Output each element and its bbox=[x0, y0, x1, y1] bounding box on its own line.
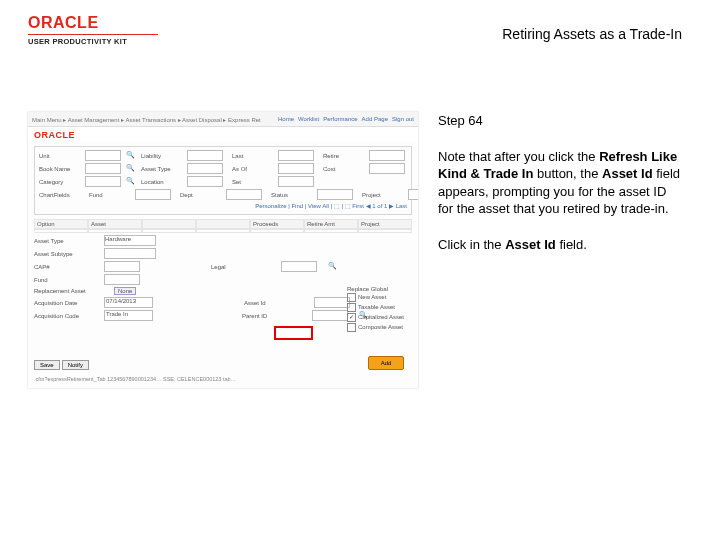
check-composite[interactable] bbox=[347, 323, 356, 332]
input-fund[interactable] bbox=[135, 189, 171, 200]
replace-asset-value: None bbox=[114, 287, 136, 295]
lbl-fund2: Fund bbox=[34, 277, 96, 283]
nav-link-signout[interactable]: Sign out bbox=[392, 116, 414, 122]
col-proceeds: Proceeds bbox=[250, 219, 304, 229]
embedded-screenshot: Main Menu ▸ Asset Management ▸ Asset Tra… bbox=[28, 112, 418, 388]
lbl-unit: Unit bbox=[39, 153, 83, 159]
instruction-panel: Step 64 Note that after you click the Re… bbox=[438, 112, 682, 271]
check-new-asset[interactable] bbox=[347, 293, 356, 302]
brand-subtitle: USER PRODUCTIVITY KIT bbox=[28, 37, 158, 46]
lbl-composite: Composite Asset bbox=[358, 324, 403, 330]
grid-row[interactable] bbox=[34, 229, 412, 233]
app-breadcrumb-bar: Main Menu ▸ Asset Management ▸ Asset Tra… bbox=[28, 112, 418, 127]
lookup-icon[interactable]: 🔍 bbox=[126, 151, 135, 160]
notify-button[interactable]: Notify bbox=[62, 360, 89, 370]
input-asset-id[interactable] bbox=[314, 297, 350, 308]
input-acq-date[interactable]: 07/14/2013 bbox=[104, 297, 153, 308]
brand-logo: ORACLE USER PRODUCTIVITY KIT bbox=[28, 14, 158, 46]
lbl-cap: Capitalized Asset bbox=[358, 314, 404, 320]
input-cost[interactable] bbox=[369, 163, 405, 174]
select-acq-code[interactable]: Trade In bbox=[104, 310, 153, 321]
lbl-taxable: Taxable Asset bbox=[358, 304, 395, 310]
lbl-capnum: CAP# bbox=[34, 264, 96, 270]
lbl-status: Status bbox=[271, 192, 315, 198]
lbl-replace-asset: Replacement Asset bbox=[34, 288, 106, 294]
lbl-asof: As Of bbox=[232, 166, 276, 172]
lbl-cost: Cost bbox=[323, 166, 367, 172]
lbl-acq-code: Acquisition Code bbox=[34, 313, 96, 319]
highlight-asset-id-field bbox=[274, 326, 313, 340]
check-taxable[interactable] bbox=[347, 303, 356, 312]
lbl-chartfields: ChartFields bbox=[39, 192, 83, 198]
input-assettype[interactable] bbox=[187, 163, 223, 174]
lbl-category: Category bbox=[39, 179, 83, 185]
input-asof[interactable] bbox=[278, 163, 314, 174]
input-unit[interactable] bbox=[85, 150, 121, 161]
input-liability[interactable] bbox=[187, 150, 223, 161]
breadcrumb: Main Menu ▸ Asset Management ▸ Asset Tra… bbox=[32, 116, 261, 123]
lookup-icon[interactable]: 🔍 bbox=[126, 164, 135, 173]
brand-word: ORACLE bbox=[28, 14, 158, 32]
lbl-asset-subtype: Asset Subtype bbox=[34, 251, 96, 257]
instruction-para-1: Note that after you click the Refresh Li… bbox=[438, 148, 682, 218]
lbl-set: Set bbox=[232, 179, 276, 185]
input-parent-id[interactable] bbox=[312, 310, 348, 321]
col-2 bbox=[142, 219, 196, 229]
lbl-last: Last bbox=[232, 153, 276, 159]
nav-link-performance[interactable]: Performance bbox=[323, 116, 357, 122]
lbl-acq-date: Acquisition Date bbox=[34, 300, 96, 306]
input-category[interactable] bbox=[85, 176, 121, 187]
lbl-book: Book Name bbox=[39, 166, 83, 172]
input-capnum[interactable] bbox=[104, 261, 140, 272]
check-cap[interactable]: ✓ bbox=[347, 313, 356, 322]
footer-text: .cfm?expressRetirement_Tab 1234567890001… bbox=[34, 376, 236, 382]
lbl-new-asset: New Asset bbox=[358, 294, 386, 300]
input-legal[interactable] bbox=[281, 261, 317, 272]
brand-rule bbox=[28, 34, 158, 35]
input-dept[interactable] bbox=[226, 189, 262, 200]
nav-link-home[interactable]: Home bbox=[278, 116, 294, 122]
select-asset-type[interactable]: Hardware bbox=[104, 235, 156, 246]
checks-title: Replace Global bbox=[347, 286, 404, 292]
lbl-dept: Dept bbox=[180, 192, 224, 198]
input-book[interactable] bbox=[85, 163, 121, 174]
input-location[interactable] bbox=[187, 176, 223, 187]
add-button[interactable]: Add bbox=[368, 356, 404, 370]
lbl-liability: Liability bbox=[141, 153, 185, 159]
lbl-fund: Fund bbox=[89, 192, 133, 198]
lbl-parent-id: Parent ID bbox=[242, 313, 304, 319]
input-retire[interactable] bbox=[369, 150, 405, 161]
instruction-para-2: Click in the Asset Id field. bbox=[438, 236, 682, 254]
grid-header: Option Asset Proceeds Retire Amt Project bbox=[34, 219, 412, 229]
lookup-icon[interactable]: 🔍 bbox=[328, 262, 337, 271]
col-project: Project bbox=[358, 219, 412, 229]
input-asset-subtype[interactable] bbox=[104, 248, 156, 259]
save-button[interactable]: Save bbox=[34, 360, 60, 370]
checkbox-group: Replace Global New Asset Taxable Asset ✓… bbox=[347, 286, 404, 333]
lbl-asset-type: Asset Type bbox=[34, 238, 96, 244]
lbl-asset-id: Asset Id bbox=[244, 300, 306, 306]
input-last[interactable] bbox=[278, 150, 314, 161]
lookup-icon[interactable]: 🔍 bbox=[126, 177, 135, 186]
nav-link-addpage[interactable]: Add Page bbox=[362, 116, 388, 122]
lbl-project: Project bbox=[362, 192, 406, 198]
col-3 bbox=[196, 219, 250, 229]
col-asset: Asset bbox=[88, 219, 142, 229]
lbl-location: Location bbox=[141, 179, 185, 185]
input-status[interactable] bbox=[317, 189, 353, 200]
app-brand: ORACLE bbox=[34, 130, 75, 140]
lbl-retire: Retire bbox=[323, 153, 367, 159]
col-option: Option bbox=[34, 219, 88, 229]
lbl-legal: Legal bbox=[211, 264, 273, 270]
input-project[interactable] bbox=[408, 189, 418, 200]
lbl-assettype: Asset Type bbox=[141, 166, 185, 172]
step-label: Step 64 bbox=[438, 112, 682, 130]
nav-link-worklist[interactable]: Worklist bbox=[298, 116, 319, 122]
input-set[interactable] bbox=[278, 176, 314, 187]
filter-panel: Unit🔍 Liability Last Retire Book Name🔍 A… bbox=[34, 146, 412, 215]
grid-pager[interactable]: Personalize | Find | View All | ⬚ | ⬚ Fi… bbox=[255, 202, 407, 209]
document-title: Retiring Assets as a Trade-In bbox=[502, 26, 682, 42]
input-fund2[interactable] bbox=[104, 274, 140, 285]
col-retireamt: Retire Amt bbox=[304, 219, 358, 229]
